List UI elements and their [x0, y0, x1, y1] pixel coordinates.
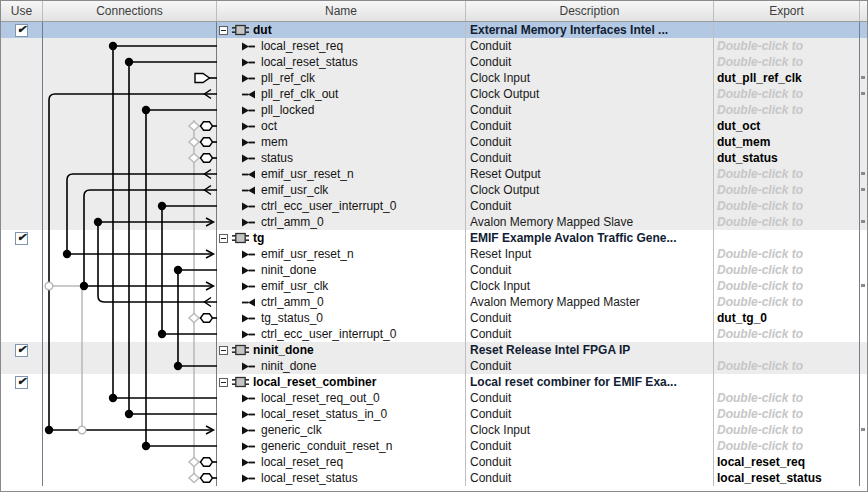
export-cell[interactable] — [714, 230, 860, 246]
module-name-cell[interactable]: ninit_done — [217, 342, 466, 358]
export-cell[interactable] — [714, 342, 860, 358]
connections-cell[interactable] — [43, 406, 217, 422]
collapse-icon[interactable] — [219, 26, 228, 35]
export-cell[interactable]: Double-click to — [714, 262, 860, 278]
use-checkbox[interactable]: ✔ — [15, 344, 28, 357]
export-cell[interactable]: Double-click to — [714, 422, 860, 438]
connections-cell[interactable] — [43, 118, 217, 134]
module-name-cell[interactable]: dut — [217, 22, 466, 38]
port-name-cell[interactable]: generic_conduit_reset_n — [217, 438, 466, 454]
export-cell[interactable]: dut_pll_ref_clk — [714, 70, 860, 86]
connections-cell[interactable] — [43, 422, 217, 438]
connections-cell[interactable] — [43, 246, 217, 262]
connections-cell[interactable] — [43, 342, 217, 358]
port-name-cell[interactable]: ctrl_ecc_user_interrupt_0 — [217, 198, 466, 214]
connections-cell[interactable] — [43, 214, 217, 230]
collapse-icon[interactable] — [219, 378, 228, 387]
export-cell[interactable]: Double-click to — [714, 38, 860, 54]
port-name-cell[interactable]: emif_usr_reset_n — [217, 166, 466, 182]
port-name-cell[interactable]: tg_status_0 — [217, 310, 466, 326]
export-cell[interactable]: Double-click to — [714, 358, 860, 374]
module-row-dut[interactable]: ✔dutExternal Memory Interfaces Intel ... — [1, 22, 867, 38]
connections-cell[interactable] — [43, 470, 217, 486]
port-row-dut-local_reset_req[interactable]: local_reset_reqConduitDouble-click to — [1, 38, 867, 54]
export-cell[interactable] — [714, 22, 860, 38]
export-cell[interactable]: Double-click to — [714, 390, 860, 406]
export-cell[interactable] — [714, 374, 860, 390]
export-cell[interactable]: Double-click to — [714, 214, 860, 230]
connections-cell[interactable] — [43, 294, 217, 310]
port-name-cell[interactable]: ctrl_amm_0 — [217, 294, 466, 310]
connections-cell[interactable] — [43, 326, 217, 342]
port-name-cell[interactable]: pll_ref_clk — [217, 70, 466, 86]
port-name-cell[interactable]: local_reset_req — [217, 38, 466, 54]
export-cell[interactable]: Double-click to — [714, 326, 860, 342]
connections-cell[interactable] — [43, 374, 217, 390]
port-row-dut-pll_ref_clk[interactable]: pll_ref_clkClock Inputdut_pll_ref_clk — [1, 70, 867, 86]
port-row-local_reset_combiner-local_reset_req[interactable]: local_reset_reqConduitlocal_reset_req — [1, 454, 867, 470]
port-row-tg-ctrl_ecc_user_interrupt_0[interactable]: ctrl_ecc_user_interrupt_0ConduitDouble-c… — [1, 326, 867, 342]
port-row-ninit_done-ninit_done[interactable]: ninit_doneConduitDouble-click to — [1, 358, 867, 374]
port-row-dut-ctrl_amm_0[interactable]: ctrl_amm_0Avalon Memory Mapped SlaveDoub… — [1, 214, 867, 230]
connections-cell[interactable] — [43, 438, 217, 454]
use-checkbox[interactable]: ✔ — [15, 232, 28, 245]
connections-cell[interactable] — [43, 454, 217, 470]
port-name-cell[interactable]: pll_ref_clk_out — [217, 86, 466, 102]
port-row-tg-ninit_done[interactable]: ninit_doneConduitDouble-click to — [1, 262, 867, 278]
export-cell[interactable]: dut_oct — [714, 118, 860, 134]
port-row-tg-tg_status_0[interactable]: tg_status_0Conduitdut_tg_0 — [1, 310, 867, 326]
connections-cell[interactable] — [43, 22, 217, 38]
port-name-cell[interactable]: emif_usr_clk — [217, 182, 466, 198]
connections-cell[interactable] — [43, 54, 217, 70]
port-name-cell[interactable]: mem — [217, 134, 466, 150]
connections-cell[interactable] — [43, 150, 217, 166]
connections-cell[interactable] — [43, 390, 217, 406]
connections-cell[interactable] — [43, 278, 217, 294]
port-name-cell[interactable]: emif_usr_clk — [217, 278, 466, 294]
port-row-dut-ctrl_ecc_user_interrupt_0[interactable]: ctrl_ecc_user_interrupt_0ConduitDouble-c… — [1, 198, 867, 214]
export-cell[interactable]: dut_tg_0 — [714, 310, 860, 326]
port-row-dut-oct[interactable]: octConduitdut_oct — [1, 118, 867, 134]
port-row-dut-pll_ref_clk_out[interactable]: pll_ref_clk_outClock OutputDouble-click … — [1, 86, 867, 102]
module-name-cell[interactable]: local_reset_combiner — [217, 374, 466, 390]
connections-cell[interactable] — [43, 134, 217, 150]
port-name-cell[interactable]: pll_locked — [217, 102, 466, 118]
port-name-cell[interactable]: ctrl_amm_0 — [217, 214, 466, 230]
port-name-cell[interactable]: local_reset_req — [217, 454, 466, 470]
connections-cell[interactable] — [43, 262, 217, 278]
port-name-cell[interactable]: local_reset_req_out_0 — [217, 390, 466, 406]
port-row-dut-emif_usr_reset_n[interactable]: emif_usr_reset_nReset OutputDouble-click… — [1, 166, 867, 182]
port-row-dut-pll_locked[interactable]: pll_lockedConduitDouble-click to — [1, 102, 867, 118]
port-name-cell[interactable]: oct — [217, 118, 466, 134]
export-cell[interactable]: Double-click to — [714, 166, 860, 182]
export-cell[interactable]: Double-click to — [714, 406, 860, 422]
export-cell[interactable]: Double-click to — [714, 198, 860, 214]
export-cell[interactable]: Double-click to — [714, 182, 860, 198]
port-row-local_reset_combiner-generic_conduit_reset_n[interactable]: generic_conduit_reset_nConduitDouble-cli… — [1, 438, 867, 454]
port-row-local_reset_combiner-local_reset_req_out_0[interactable]: local_reset_req_out_0ConduitDouble-click… — [1, 390, 867, 406]
module-row-tg[interactable]: ✔tgEMIF Example Avalon Traffic Gene... — [1, 230, 867, 246]
connections-cell[interactable] — [43, 102, 217, 118]
port-row-tg-emif_usr_clk[interactable]: emif_usr_clkClock InputDouble-click to — [1, 278, 867, 294]
port-name-cell[interactable]: generic_clk — [217, 422, 466, 438]
collapse-icon[interactable] — [219, 346, 228, 355]
port-name-cell[interactable]: local_reset_status — [217, 54, 466, 70]
collapse-icon[interactable] — [219, 234, 228, 243]
use-checkbox[interactable]: ✔ — [15, 376, 28, 389]
port-row-local_reset_combiner-generic_clk[interactable]: generic_clkClock InputDouble-click to — [1, 422, 867, 438]
export-cell[interactable]: dut_status — [714, 150, 860, 166]
use-checkbox[interactable]: ✔ — [15, 24, 28, 37]
port-row-dut-local_reset_status[interactable]: local_reset_statusConduitDouble-click to — [1, 54, 867, 70]
port-name-cell[interactable]: ctrl_ecc_user_interrupt_0 — [217, 326, 466, 342]
port-row-dut-status[interactable]: statusConduitdut_status — [1, 150, 867, 166]
port-name-cell[interactable]: ninit_done — [217, 262, 466, 278]
port-row-tg-emif_usr_reset_n[interactable]: emif_usr_reset_nReset InputDouble-click … — [1, 246, 867, 262]
port-name-cell[interactable]: emif_usr_reset_n — [217, 246, 466, 262]
module-row-ninit_done[interactable]: ✔ninit_doneReset Release Intel FPGA IP — [1, 342, 867, 358]
export-cell[interactable]: Double-click to — [714, 102, 860, 118]
connections-cell[interactable] — [43, 182, 217, 198]
export-cell[interactable]: Double-click to — [714, 438, 860, 454]
port-row-local_reset_combiner-local_reset_status_in_0[interactable]: local_reset_status_in_0ConduitDouble-cli… — [1, 406, 867, 422]
connections-cell[interactable] — [43, 230, 217, 246]
connections-cell[interactable] — [43, 38, 217, 54]
